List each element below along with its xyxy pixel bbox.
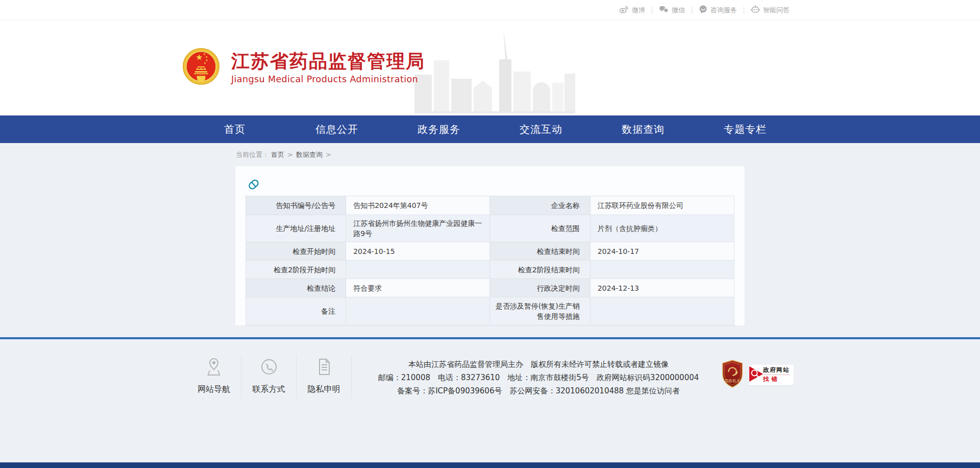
party-gov-badge[interactable]: 党政机关 — [721, 360, 744, 390]
error-report-magnifier-icon — [749, 365, 764, 385]
detail-value-cell: 告知书2024年第407号 — [346, 196, 490, 215]
footer-quick-links: 网站导航 联系方式 隐私申明 — [186, 356, 352, 398]
detail-value-cell: 片剂（含抗肿瘤类） — [590, 215, 734, 242]
site-map-link[interactable]: 网站导航 — [186, 356, 241, 398]
wechat-label: 微信 — [672, 6, 685, 15]
table-row: 生产地址/注册地址 江苏省扬州市扬州生物健康产业园健康一路9号 检查范围 片剂（… — [246, 215, 734, 242]
breadcrumb-home-link[interactable]: 首页 — [271, 151, 284, 158]
weibo-link[interactable]: 微博 — [612, 5, 652, 15]
detail-label-cell: 行政决定时间 — [490, 279, 590, 297]
detail-value-cell — [590, 297, 734, 325]
document-icon — [314, 369, 334, 379]
nav-item-data-query[interactable]: 数据查询 — [592, 115, 694, 143]
chat-bubble-icon — [699, 5, 707, 15]
detail-label-cell: 检查开始时间 — [246, 242, 346, 261]
weibo-icon — [619, 5, 629, 15]
breadcrumb-separator: > — [287, 151, 293, 158]
table-row: 检查2阶段开始时间 检查2阶段结束时间 — [246, 261, 734, 279]
inspection-detail-table: 告知书编号/公告号 告知书2024年第407号 企业名称 江苏联环药业股份有限公… — [246, 196, 734, 325]
detail-value-cell: 2024-12-13 — [590, 279, 734, 297]
nav-item-home[interactable]: 首页 — [184, 115, 286, 143]
detail-value-cell: 江苏省扬州市扬州生物健康产业园健康一路9号 — [346, 215, 490, 242]
footer-badges: 党政机关 政府网站 找错 — [721, 356, 794, 390]
privacy-link[interactable]: 隐私申明 — [297, 356, 352, 398]
detail-label-cell: 检查结论 — [246, 279, 346, 297]
bottom-bar — [0, 462, 980, 468]
nav-item-gov-services[interactable]: 政务服务 — [388, 115, 490, 143]
table-row: 备注 是否涉及暂停(恢复)生产销售使用等措施 — [246, 297, 734, 325]
error-badge-subtitle: 找错 — [763, 375, 790, 383]
svg-text:党政机关: 党政机关 — [725, 379, 741, 383]
table-row: 告知书编号/公告号 告知书2024年第407号 企业名称 江苏联环药业股份有限公… — [246, 196, 734, 215]
breadcrumb-separator: > — [326, 151, 331, 158]
footer-line-host: 本站由江苏省药品监督管理局主办 版权所有未经许可禁止转载或者建立镜像 — [365, 358, 712, 371]
robot-icon — [751, 5, 760, 15]
privacy-label: 隐私申明 — [297, 384, 351, 395]
detail-value-cell: 符合要求 — [346, 279, 490, 297]
detail-label-cell: 检查2阶段开始时间 — [246, 261, 346, 279]
contact-label: 联系方式 — [241, 384, 296, 395]
smart-qa-link[interactable]: 智能问答 — [744, 5, 796, 15]
national-emblem-logo — [182, 48, 220, 87]
top-utility-bar: 微博 微信 咨询服务 智能问答 — [0, 0, 980, 20]
pill-icon — [246, 176, 734, 196]
wechat-icon — [659, 5, 669, 15]
nav-item-info-disclosure[interactable]: 信息公开 — [286, 115, 388, 143]
detail-value-cell: 2024-10-15 — [346, 242, 490, 261]
detail-label-cell: 检查2阶段结束时间 — [490, 261, 590, 279]
phone-icon — [259, 369, 279, 379]
consult-service-link[interactable]: 咨询服务 — [692, 5, 744, 15]
site-subtitle: Jiangsu Medical Products Administration — [231, 74, 425, 84]
smart-qa-label: 智能问答 — [763, 6, 790, 15]
nav-item-special-topics[interactable]: 专题专栏 — [694, 115, 796, 143]
wechat-link[interactable]: 微信 — [652, 5, 692, 15]
site-footer: 网站导航 联系方式 隐私申明 本站由江苏省药品监督管理局主办 版权所有未经许可禁… — [0, 339, 980, 462]
city-skyline-graphic — [414, 28, 575, 115]
detail-value-cell — [590, 261, 734, 279]
detail-panel: 告知书编号/公告号 告知书2024年第407号 企业名称 江苏联环药业股份有限公… — [235, 166, 745, 326]
website-error-report-badge[interactable]: 政府网站 找错 — [749, 365, 794, 385]
detail-value-cell — [346, 261, 490, 279]
contact-link[interactable]: 联系方式 — [241, 356, 297, 398]
table-row: 检查开始时间 2024-10-15 检查结束时间 2024-10-17 — [246, 242, 734, 261]
breadcrumb-section-link[interactable]: 数据查询 — [296, 151, 323, 158]
detail-value-cell — [346, 297, 490, 325]
footer-legal-text: 本站由江苏省药品监督管理局主办 版权所有未经许可禁止转载或者建立镜像 邮编：21… — [352, 356, 721, 397]
breadcrumb: 当前位置：首页>数据查询> — [235, 143, 745, 166]
detail-label-cell: 企业名称 — [490, 196, 590, 215]
weibo-label: 微博 — [632, 6, 645, 15]
detail-label-cell: 告知书编号/公告号 — [246, 196, 346, 215]
consult-service-label: 咨询服务 — [710, 6, 737, 15]
footer-line-contact: 邮编：210008 电话：83273610 地址：南京市鼓楼街5号 政府网站标识… — [365, 371, 712, 384]
detail-label-cell: 是否涉及暂停(恢复)生产销售使用等措施 — [490, 297, 590, 325]
breadcrumb-prefix: 当前位置： — [236, 151, 269, 158]
brand[interactable]: 江苏省药品监督管理局 Jiangsu Medical Products Admi… — [182, 48, 425, 87]
table-row: 检查结论 符合要求 行政决定时间 2024-12-13 — [246, 279, 734, 297]
footer-line-icp: 备案号：苏ICP备09039606号 苏公网安备：32010602010488 … — [365, 384, 712, 397]
main-nav: 首页 信息公开 政务服务 交流互动 数据查询 专题专栏 — [0, 115, 980, 143]
error-badge-title: 政府网站 — [763, 366, 790, 375]
site-header: 江苏省药品监督管理局 Jiangsu Medical Products Admi… — [0, 20, 980, 115]
detail-label-cell: 生产地址/注册地址 — [246, 215, 346, 242]
site-map-label: 网站导航 — [187, 384, 241, 395]
site-title: 江苏省药品监督管理局 — [231, 51, 425, 72]
nav-item-interaction[interactable]: 交流互动 — [490, 115, 592, 143]
detail-label-cell: 备注 — [246, 297, 346, 325]
detail-value-cell: 2024-10-17 — [590, 242, 734, 261]
detail-label-cell: 检查结束时间 — [490, 242, 590, 261]
main-content: 当前位置：首页>数据查询> 告知书编号/公告号 告知书2024年第407号 企业… — [0, 143, 980, 337]
detail-value-cell: 江苏联环药业股份有限公司 — [590, 196, 734, 215]
map-pin-icon — [204, 369, 224, 379]
detail-label-cell: 检查范围 — [490, 215, 590, 242]
